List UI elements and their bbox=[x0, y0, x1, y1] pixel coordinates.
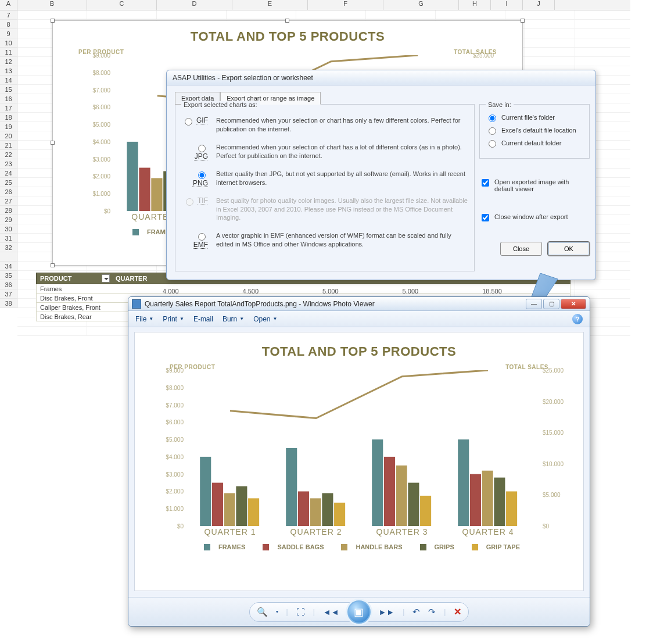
savein-opt-0[interactable] bbox=[489, 115, 496, 122]
ok-button[interactable]: OK bbox=[548, 242, 590, 256]
bar bbox=[470, 474, 481, 526]
bar bbox=[322, 493, 333, 526]
resize-handle[interactable] bbox=[51, 19, 55, 23]
totals-row: 4.0004.5005.0005.00018.500 bbox=[163, 288, 502, 295]
pv-title-text: Quarterly Sales Report TotalAndTopProduc… bbox=[145, 300, 525, 308]
fit-icon[interactable]: ⛶ bbox=[296, 607, 305, 617]
x-label: QUARTER 4 bbox=[445, 527, 531, 539]
x-label: QUARTER 1 bbox=[187, 527, 273, 539]
bar bbox=[408, 483, 419, 526]
photo-viewer-window: Quarterly Sales Report TotalAndTopProduc… bbox=[128, 296, 590, 627]
savein-opt-2[interactable] bbox=[489, 140, 496, 148]
col-product: PRODUCT bbox=[40, 275, 71, 282]
row-headers: 7891011121314151617181920212223242526272… bbox=[0, 10, 17, 308]
bar bbox=[248, 498, 259, 526]
bar bbox=[334, 503, 345, 526]
bar bbox=[151, 178, 162, 211]
bar bbox=[200, 457, 211, 526]
pv-toolbar: 🔍▾ | ⛶ | ◄◄ ▣ ►► | ↶ ↷ | ✕ bbox=[128, 597, 590, 626]
next-button[interactable]: ►► bbox=[379, 607, 395, 617]
column-headers: ABCDEFGHIJ bbox=[0, 0, 630, 10]
dialog-title: ASAP Utilities - Export selection or wor… bbox=[167, 70, 595, 85]
menu-file[interactable]: File▼ bbox=[135, 315, 153, 323]
prev-button[interactable]: ◄◄ bbox=[323, 607, 339, 617]
help-icon[interactable]: ? bbox=[572, 314, 583, 324]
resize-handle[interactable] bbox=[51, 141, 55, 145]
resize-handle[interactable] bbox=[521, 19, 525, 23]
x-label: QUARTER 3 bbox=[359, 527, 445, 539]
fmt-gif-radio[interactable] bbox=[185, 118, 192, 126]
savein-opt-1[interactable] bbox=[489, 127, 496, 135]
app-icon bbox=[132, 299, 141, 309]
line-label: TOTAL bbox=[431, 55, 451, 56]
rotate-cw-icon[interactable]: ↷ bbox=[428, 607, 436, 617]
maximize-button[interactable]: ▢ bbox=[543, 299, 559, 309]
bar bbox=[384, 457, 395, 526]
chk-open-viewer[interactable] bbox=[482, 179, 489, 187]
zoom-icon[interactable]: 🔍 bbox=[257, 607, 268, 617]
bar bbox=[212, 483, 223, 526]
bar bbox=[127, 142, 138, 211]
group-save-in: Save in: bbox=[486, 101, 514, 108]
fmt-png-radio[interactable] bbox=[198, 171, 206, 179]
fmt-jpg-radio[interactable] bbox=[198, 145, 206, 152]
bar bbox=[310, 498, 321, 526]
resize-handle[interactable] bbox=[51, 263, 55, 267]
bar bbox=[224, 493, 235, 526]
rotate-ccw-icon[interactable]: ↶ bbox=[412, 607, 420, 617]
resize-handle[interactable] bbox=[285, 19, 289, 23]
close-window-button[interactable]: ✕ bbox=[561, 299, 586, 309]
delete-icon[interactable]: ✕ bbox=[454, 606, 461, 617]
bar bbox=[494, 478, 505, 526]
chk-close-after-label: Close window after export bbox=[494, 213, 568, 220]
col-quarter: QUARTER bbox=[112, 275, 164, 282]
menu-print[interactable]: Print▼ bbox=[163, 315, 184, 323]
line-label: TOTAL bbox=[501, 370, 521, 371]
legend-item: SADDLE BAGS bbox=[257, 543, 324, 550]
bar bbox=[298, 491, 309, 526]
slideshow-button[interactable]: ▣ bbox=[347, 600, 371, 624]
minimize-button[interactable]: — bbox=[526, 299, 542, 309]
pv-menubar: File▼ Print▼ E-mail Burn▼ Open▼ ? bbox=[128, 311, 590, 327]
legend-item: FRAMES bbox=[198, 543, 245, 550]
bar bbox=[396, 466, 407, 526]
bar bbox=[236, 486, 247, 526]
bar bbox=[139, 168, 150, 211]
bar bbox=[506, 491, 517, 526]
menu-email[interactable]: E-mail bbox=[193, 315, 213, 323]
filter-dropdown-icon[interactable] bbox=[102, 274, 110, 282]
fmt-emf-radio[interactable] bbox=[198, 233, 206, 241]
legend-item: GRIPS bbox=[414, 543, 454, 550]
menu-open[interactable]: Open▼ bbox=[253, 315, 277, 323]
bar bbox=[286, 448, 297, 526]
pv-titlebar[interactable]: Quarterly Sales Report TotalAndTopProduc… bbox=[128, 297, 590, 311]
total-line bbox=[230, 370, 488, 418]
fmt-tif-radio bbox=[186, 198, 193, 206]
bar bbox=[458, 439, 469, 526]
chk-close-after[interactable] bbox=[482, 214, 489, 221]
group-export-as: Export selected charts as: bbox=[181, 101, 260, 108]
chart-title: TOTAL AND TOP 5 PRODUCTS bbox=[135, 336, 583, 364]
pv-canvas: TOTAL AND TOP 5 PRODUCTSPER PRODUCTTOTAL… bbox=[134, 332, 584, 591]
chk-open-viewer-label: Open exported image with default viewer bbox=[494, 178, 590, 192]
bar bbox=[420, 496, 431, 526]
menu-burn[interactable]: Burn▼ bbox=[223, 315, 244, 323]
bar bbox=[372, 439, 383, 526]
bar bbox=[482, 471, 493, 526]
legend: FRAMESSADDLE BAGSHANDLE BARSGRIPSGRIP TA… bbox=[135, 539, 583, 556]
legend-item: HANDLE BARS bbox=[335, 543, 402, 550]
x-label: QUARTER 2 bbox=[273, 527, 359, 539]
chart-title: TOTAL AND TOP 5 PRODUCTS bbox=[53, 21, 522, 49]
total-sales-label: TOTAL SALES bbox=[505, 364, 548, 370]
close-button[interactable]: Close bbox=[500, 242, 542, 256]
legend-item: GRIP TAPE bbox=[466, 543, 520, 550]
export-dialog: ASAP Utilities - Export selection or wor… bbox=[166, 70, 596, 280]
